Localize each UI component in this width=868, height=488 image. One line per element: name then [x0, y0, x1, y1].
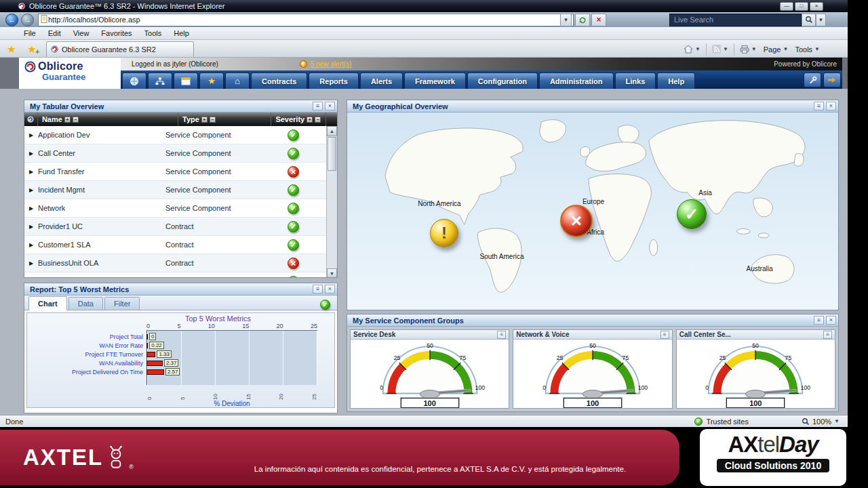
search-dropdown-button[interactable]: ▼: [816, 14, 826, 26]
nav-icon-home[interactable]: ⌂: [225, 73, 250, 89]
add-favorite-button[interactable]: ★+: [23, 41, 41, 57]
gauge-menu-button[interactable]: ≡: [823, 331, 832, 339]
nav-icon-organization[interactable]: [148, 73, 172, 89]
gauge-value: 100: [564, 398, 622, 408]
settings-wrench-button[interactable]: [804, 73, 821, 87]
gauge-menu-button[interactable]: ≡: [660, 331, 669, 339]
table-row[interactable]: ▶ Internal SLA Contract: [24, 272, 326, 278]
gauge-tick-100: 100: [475, 384, 485, 391]
panel-close-button[interactable]: ×: [325, 285, 335, 293]
report-tab[interactable]: Data: [68, 297, 103, 310]
scroll-down-button[interactable]: ▼: [327, 268, 337, 278]
row-expand-arrow[interactable]: ▶: [24, 132, 38, 138]
banner-disclaimer: La información aquí contenida es confide…: [231, 465, 650, 473]
address-input[interactable]: [48, 16, 560, 24]
row-expand-arrow[interactable]: ▶: [24, 242, 38, 248]
menu-item[interactable]: Help: [167, 27, 195, 39]
nav-tab[interactable]: Reports: [309, 73, 359, 89]
close-button[interactable]: ×: [810, 2, 823, 11]
search-field-container: [669, 14, 802, 26]
column-header-name[interactable]: Name + −: [38, 113, 178, 126]
panel-menu-button[interactable]: ≡: [814, 316, 824, 325]
table-row[interactable]: ▶ Network Service Component: [24, 199, 326, 218]
tab-favicon-icon: [51, 45, 58, 54]
logout-arrow-button[interactable]: [823, 73, 841, 87]
nav-icon-dashboard[interactable]: [122, 73, 146, 89]
search-input[interactable]: [674, 16, 797, 24]
panel-menu-button[interactable]: ≡: [313, 285, 323, 293]
feeds-button[interactable]: ▼: [709, 42, 732, 56]
nav-tab[interactable]: Alerts: [360, 73, 403, 89]
severity-status-icon: [288, 239, 299, 251]
menu-item[interactable]: Favorites: [95, 27, 138, 39]
table-row[interactable]: ▶ Customer1 SLA Contract: [24, 236, 326, 254]
report-tab[interactable]: Chart: [28, 296, 67, 310]
column-expand-button[interactable]: +: [307, 117, 313, 123]
page-menu-button[interactable]: Page▼: [760, 42, 792, 56]
refresh-button[interactable]: [575, 14, 590, 26]
zoom-control[interactable]: 100% ▼: [802, 418, 840, 426]
nav-tab[interactable]: Contracts: [251, 73, 307, 89]
browser-tab[interactable]: Oblicore Guarantee 6.3 SR2: [46, 41, 194, 57]
nav-icon-services[interactable]: [174, 73, 198, 89]
row-expand-arrow[interactable]: ▶: [24, 169, 38, 175]
row-expand-arrow[interactable]: ▶: [24, 150, 38, 157]
menu-item[interactable]: File: [18, 27, 42, 39]
stop-button[interactable]: ×: [591, 14, 606, 26]
map-status-marker[interactable]: [560, 205, 593, 237]
row-expand-arrow[interactable]: ▶: [24, 205, 38, 211]
favorites-center-button[interactable]: ★: [3, 41, 20, 57]
row-expand-arrow[interactable]: ▶: [24, 224, 38, 230]
scroll-thumb[interactable]: [328, 137, 336, 171]
menu-item[interactable]: View: [67, 27, 96, 39]
column-header-severity[interactable]: Severity + −: [271, 113, 326, 126]
panel-service-component-groups: My Service Component Groups ≡ × Service …: [347, 314, 839, 412]
map-status-marker[interactable]: [430, 219, 458, 247]
map-status-marker[interactable]: [677, 199, 707, 229]
home-button[interactable]: ▼: [680, 42, 704, 56]
minimize-button[interactable]: —: [780, 2, 793, 11]
panel-close-button[interactable]: ×: [826, 102, 836, 110]
new-alerts-link[interactable]: ! 5 new alert(s): [300, 60, 352, 68]
scroll-up-button[interactable]: ▲: [327, 126, 337, 136]
nav-tab[interactable]: Framework: [404, 73, 466, 89]
panel-close-button[interactable]: ×: [826, 316, 836, 325]
menu-item[interactable]: Tools: [138, 27, 168, 39]
panel-tabular-overview: My Tabular Overview ≡ × Name + −: [24, 100, 338, 278]
column-header-type[interactable]: Type + −: [178, 113, 271, 126]
row-expand-arrow[interactable]: ▶: [24, 187, 38, 193]
column-collapse-button[interactable]: −: [210, 117, 216, 123]
nav-tab[interactable]: Links: [615, 73, 656, 89]
column-expand-button[interactable]: +: [201, 117, 208, 123]
table-row[interactable]: ▶ Call Center Service Component: [24, 144, 326, 163]
column-collapse-button[interactable]: −: [73, 117, 79, 123]
row-expand-arrow[interactable]: ▶: [24, 260, 38, 266]
table-row[interactable]: ▶ Fund Transfer Service Component: [24, 163, 326, 181]
menu-item[interactable]: Edit: [42, 27, 67, 39]
print-button[interactable]: ▼: [736, 42, 760, 56]
column-expand-button[interactable]: +: [64, 117, 71, 123]
forward-button[interactable]: →: [21, 14, 34, 26]
row-type: Service Component: [165, 149, 260, 157]
gauge-menu-button[interactable]: ≡: [497, 331, 506, 339]
table-row[interactable]: ▶ Incident Mgmt Service Component: [24, 181, 326, 199]
table-row[interactable]: ▶ BusinessUnit OLA Contract: [24, 254, 326, 272]
tools-menu-button[interactable]: Tools▼: [791, 42, 823, 56]
column-collapse-button[interactable]: −: [315, 117, 321, 123]
table-refresh-button[interactable]: [24, 113, 38, 126]
nav-tab[interactable]: Configuration: [467, 73, 538, 89]
nav-icon-favorites[interactable]: ★: [199, 73, 224, 89]
nav-tab[interactable]: Administration: [539, 73, 614, 89]
table-row[interactable]: ▶ Application Dev Service Component: [24, 126, 326, 144]
panel-close-button[interactable]: ×: [325, 102, 335, 110]
maximize-button[interactable]: □: [795, 2, 808, 11]
address-dropdown-button[interactable]: ▼: [560, 14, 572, 26]
panel-menu-button[interactable]: ≡: [313, 102, 323, 110]
back-button[interactable]: ←: [5, 14, 18, 26]
search-button[interactable]: [802, 14, 816, 26]
report-tab[interactable]: Filter: [104, 297, 140, 310]
table-scrollbar[interactable]: ▲ ▼: [326, 126, 337, 278]
nav-tab[interactable]: Help: [657, 73, 695, 89]
table-row[interactable]: ▶ Provider1 UC Contract: [24, 218, 326, 236]
panel-menu-button[interactable]: ≡: [814, 102, 824, 110]
